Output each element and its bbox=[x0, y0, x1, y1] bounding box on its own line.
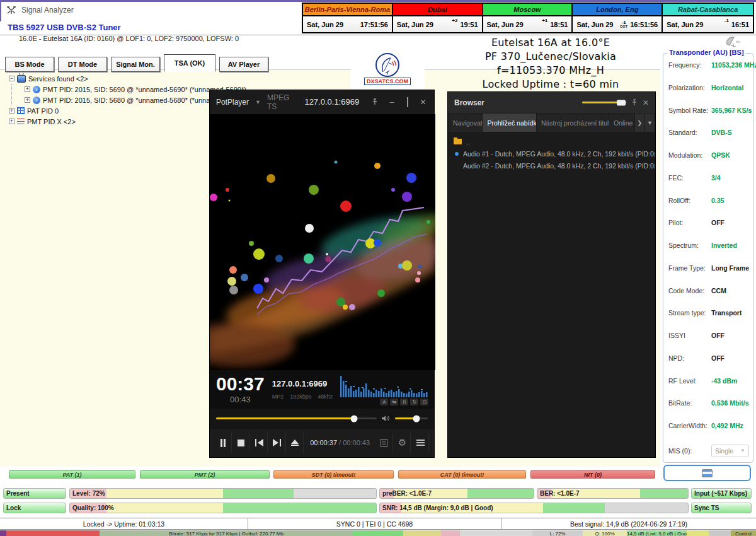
potplayer-titlebar[interactable]: PotPlayer ▼ MPEG TS 127.0.0.1:6969 – ✕ bbox=[210, 90, 434, 114]
pid-bar-nit: NIT (0) bbox=[530, 470, 655, 479]
previous-button[interactable] bbox=[251, 432, 268, 453]
lock-indicator: Lock bbox=[3, 503, 66, 513]
tab-signal-mon[interactable]: Signal Mon. bbox=[111, 57, 160, 72]
maximize-icon[interactable] bbox=[403, 98, 413, 107]
chevron-down-icon[interactable]: ▼ bbox=[255, 99, 261, 105]
strip-quality: Q: 100% bbox=[583, 530, 627, 536]
close-icon[interactable]: ✕ bbox=[643, 98, 649, 107]
browser-opacity-slider[interactable] bbox=[582, 102, 626, 103]
tv-icon bbox=[17, 75, 26, 83]
clock-zone-header: Berlin-Paris-Vienna-Roma bbox=[303, 4, 393, 16]
clock-zone-value: Sat, Jun 29 -1 DST 16:51:56 bbox=[573, 16, 663, 32]
minimize-icon[interactable]: – bbox=[387, 98, 397, 107]
video-area[interactable] bbox=[210, 114, 434, 370]
settings-gear-icon[interactable]: ⚙ bbox=[394, 432, 411, 453]
clock-zone-header: Dubai bbox=[393, 4, 483, 16]
audio-track-row[interactable]: Audio #1 - Dutch, MPEG Audio, 48.0 kHz, … bbox=[448, 148, 655, 160]
collapse-icon[interactable]: − bbox=[9, 76, 14, 81]
browser-content: .. Audio #1 - Dutch, MPEG Audio, 48.0 kH… bbox=[448, 132, 655, 457]
time-display: 00:37 00:43 bbox=[216, 375, 265, 404]
loop-icon[interactable]: ↻ bbox=[410, 399, 418, 405]
browser-tabs: Navigovat Prohlížeč nabídky Nástroj proc… bbox=[448, 113, 655, 132]
playlist-button[interactable] bbox=[376, 432, 393, 453]
tab-bs-mode[interactable]: BS Mode bbox=[5, 57, 54, 72]
tp-row-bitrate: BitRate:0,536 Mbit/s bbox=[668, 399, 749, 407]
header-divider bbox=[0, 35, 756, 35]
clock-zone-value: Sat, Jun 29 -1 16:51 bbox=[663, 16, 753, 32]
status-uptime: Locked -> Uptime: 01:03:13 bbox=[0, 518, 248, 529]
chevron-down-icon[interactable]: ▼ bbox=[645, 114, 655, 132]
clock-time: 16:51:56 bbox=[630, 21, 658, 28]
stop-button[interactable] bbox=[233, 432, 250, 453]
pin-icon[interactable] bbox=[372, 98, 381, 105]
tab-av-player[interactable]: AV Player bbox=[219, 57, 268, 72]
clock-zone-value: Sat, Jun 29 17:51:56 bbox=[303, 16, 393, 32]
level-bar: Level: 72% bbox=[69, 488, 377, 499]
clock-date: Sat, Jun 29 bbox=[307, 21, 358, 28]
ber-bar: BER: <1.0E-7 bbox=[537, 488, 689, 499]
snr-bar: SNR: 14,5 dB (Margin: 9,0 dB | Good) bbox=[379, 503, 689, 513]
app-title: Signal Analyzer bbox=[21, 6, 74, 15]
up-directory-row[interactable]: .. bbox=[448, 136, 655, 148]
stream-source-label: 127.0.0.1:6969 bbox=[272, 379, 333, 388]
satellite-dish-logo-icon bbox=[375, 53, 399, 77]
strip-level: L: 72% bbox=[532, 530, 583, 536]
table-icon bbox=[17, 107, 25, 114]
menu-button[interactable] bbox=[412, 432, 429, 453]
browser-window: Browser ✕ Navigovat Prohlížeč nabídky Ná… bbox=[447, 91, 656, 458]
seek-row bbox=[210, 409, 434, 429]
ab-swap-icon[interactable]: ⇆ bbox=[390, 399, 398, 405]
pin-icon[interactable] bbox=[631, 99, 638, 106]
audio-track-row[interactable]: Audio #2 - Dutch, MPEG Audio, 48.0 kHz, … bbox=[448, 160, 655, 172]
expand-icon[interactable]: + bbox=[25, 86, 30, 92]
browser-tab-subtitles[interactable]: Nástroj procházení titulků bbox=[537, 114, 609, 132]
status-best-signal: Best signal: 14,9 dB (2024-06-29 17:19) bbox=[501, 518, 756, 529]
app-titlebar: Signal Analyzer bbox=[6, 5, 74, 15]
tp-row-mis: MIS (0): Single ▼ bbox=[668, 445, 749, 457]
tree-node-label: PMT PID X <2> bbox=[27, 118, 76, 125]
expand-icon[interactable]: + bbox=[9, 119, 14, 124]
potplayer-app-name[interactable]: PotPlayer bbox=[216, 98, 249, 107]
stream-capture-button[interactable] bbox=[663, 465, 751, 481]
tree-node-label: PAT PID 0 bbox=[27, 107, 59, 115]
close-icon[interactable]: ✕ bbox=[418, 98, 428, 107]
status-counters: SYNC 0 | TEI 0 | CC 4698 bbox=[248, 518, 501, 529]
seek-knob[interactable] bbox=[351, 415, 358, 422]
browser-titlebar[interactable]: Browser ✕ bbox=[448, 92, 655, 113]
pid-bar-cat: CAT (0) timeout! bbox=[398, 470, 526, 479]
dxsatcs-logo-text: DXSATCS.COM bbox=[364, 78, 411, 85]
eject-button[interactable] bbox=[287, 432, 304, 453]
tab-dt-mode[interactable]: DT Mode bbox=[58, 57, 107, 72]
ab-repeat-b-button[interactable]: B bbox=[400, 399, 408, 405]
browser-tab-online[interactable]: Online bbox=[609, 114, 634, 132]
tp-row-symbol-rate: Symbol Rate:365,967 KS/s bbox=[668, 107, 749, 114]
tp-row-rolloff: RollOff:0.35 bbox=[668, 197, 749, 204]
mis-dropdown[interactable]: Single ▼ bbox=[711, 445, 749, 457]
seek-slider[interactable] bbox=[216, 417, 377, 419]
transponder-panel: Transponder (AU) [BS] Frequency:11053,23… bbox=[663, 53, 753, 463]
expand-icon[interactable]: + bbox=[25, 97, 30, 103]
tab-tsa[interactable]: TSA (OK) bbox=[164, 54, 215, 72]
browser-tab-navigate[interactable]: Navigovat bbox=[449, 114, 482, 132]
ab-repeat-a-button[interactable]: A bbox=[380, 399, 388, 405]
clock-date: Sat, Jun 29 bbox=[667, 21, 722, 28]
fullscreen-icon[interactable]: ⊡ bbox=[420, 399, 428, 405]
tp-row-spectrum: Spectrum:Inverted bbox=[668, 242, 749, 249]
tree-node-services[interactable]: − Services found <2> bbox=[9, 73, 246, 84]
present-indicator: Present bbox=[3, 488, 66, 499]
expand-icon[interactable]: + bbox=[9, 108, 14, 114]
clock-time: 16:51 bbox=[731, 21, 749, 28]
clock-zone-header: Moscow bbox=[483, 4, 573, 16]
volume-knob[interactable] bbox=[413, 415, 420, 422]
bitrate-label: 192kbps bbox=[290, 393, 311, 400]
next-button[interactable] bbox=[269, 432, 286, 453]
tuner-header: TBS 5927 USB DVB-S2 Tuner 16.0E - Eutels… bbox=[8, 23, 239, 42]
chevron-right-icon[interactable]: ❯ bbox=[635, 114, 644, 132]
volume-icon[interactable] bbox=[382, 415, 390, 422]
quality-bar: Quality: 100% bbox=[69, 503, 377, 513]
pause-button[interactable] bbox=[215, 432, 232, 453]
clock-dst-offset: -1 DST bbox=[620, 21, 627, 28]
browser-tab-menu[interactable]: Prohlížeč nabídky bbox=[483, 114, 536, 132]
volume-slider[interactable] bbox=[395, 417, 428, 419]
clock-date: Sat, Jun 29 bbox=[487, 21, 540, 28]
